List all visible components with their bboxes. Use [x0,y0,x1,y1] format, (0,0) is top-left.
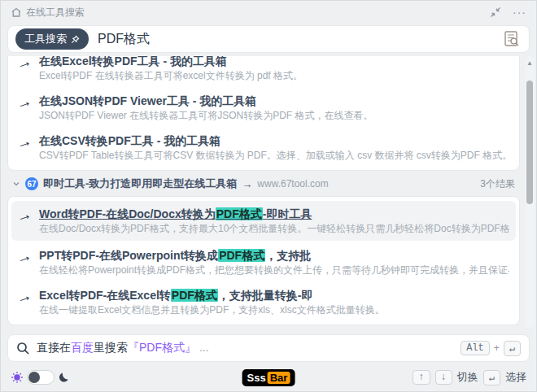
result-desc: Excel转PDF 在线转换器工具可将excel文件转换为 pdf 格式。 [39,70,303,82]
theme-toggle[interactable] [27,370,55,385]
scrollbar[interactable]: ▲ [525,56,535,328]
app-window: 在线工具搜索 ··· 工具搜索 PDF格式 → 在线Excel转 [0,0,537,392]
result-row-excel2pdf[interactable]: → Excel转PDF-在线Excel转PDF格式，支持批量转换-即 在线一键提… [8,282,519,322]
result-title: Word转PDF-在线Doc/Docx转换为PDF格式-即时工具 [39,207,509,221]
search-scope-label: 工具搜索 [24,32,67,46]
highlight-term: PDF格式 [218,249,265,262]
arrow-icon: → [15,133,34,152]
fallback-search-text: 直接在百度里搜索『PDF格式』 ... [37,341,209,355]
arrow-icon: → [15,248,34,267]
highlight-term: PDF格式 [216,207,263,220]
result-group-mytoolbox: → 在线Excel转换PDF工具 - 我的工具箱 Excel转PDF 在线转换器… [7,56,520,171]
result-row-excel-mytoolbox[interactable]: → 在线Excel转换PDF工具 - 我的工具箱 Excel转PDF 在线转换器… [8,56,519,88]
search-input[interactable]: PDF格式 [98,31,502,48]
result-desc: 在线轻松将Powerpoint转换成PDF格式，把您想要转换的文件上传，只需等待… [39,264,509,277]
plus-sign: + [494,342,500,354]
scrollbar-up-icon[interactable]: ▲ [525,59,535,67]
up-key-icon: ↑ [413,370,430,385]
enter-key-icon: ↵ [504,341,521,356]
sun-icon[interactable] [11,371,24,384]
logo-text-2: Bar [268,372,290,384]
window-title: 在线工具搜索 [26,6,85,20]
footer-bar: Sss Bar ↑ ↓ 切换 ↵ 选择 [1,364,536,391]
chevron-down-icon[interactable] [12,180,20,188]
arrow-icon: → [15,207,34,225]
engine-name: 百度 [71,341,94,354]
site-logo-icon: 67 [25,177,38,190]
result-row-word2pdf[interactable]: → Word转PDF-在线Doc/Docx转换为PDF格式-即时工具 在线Doc… [11,201,516,241]
highlight-term: PDF格式 [171,289,218,302]
logo-text-1: Sss [247,372,266,384]
down-key-icon: ↓ [435,370,452,385]
group-arrow-icon: → [242,178,252,190]
group-title: 即时工具-致力打造即用即走型在线工具箱 [43,176,237,191]
result-desc: 在线Doc/Docx转换为PDF格式，支持最大10个文档批量转换。一键轻松转换只… [39,223,509,235]
result-desc: CSV转PDF Table转换工具可将CSV 数据转换为 PDF。选择、加载或输… [39,150,509,162]
enter-key-icon: ↵ [483,370,500,385]
result-row-csv-mytoolbox[interactable]: → 在线CSV转换PDF工具 - 我的工具箱 CSV转PDF Table转换工具… [8,128,519,168]
sssbar-logo: Sss Bar [242,369,295,386]
search-bar[interactable]: 工具搜索 PDF格式 [7,25,530,53]
result-desc: 在线一键提取Excel文档信息并且转换为PDF，支持xls、xlsc文件格式批量… [39,304,385,316]
arrow-icon: → [15,56,34,72]
result-title: 在线JSON转PDF Viewer工具 - 我的工具箱 [39,94,373,108]
doc-search-icon[interactable] [502,29,522,49]
group-header-67tool[interactable]: 67 即时工具-致力打造即用即走型在线工具箱 → www.67tool.com … [7,171,520,196]
results-list: → 在线Excel转换PDF工具 - 我的工具箱 Excel转PDF 在线转换器… [7,56,520,328]
search-icon [16,342,30,355]
group-url[interactable]: www.67tool.com [257,178,328,189]
arrow-icon: → [15,94,34,112]
keyboard-hints: ↑ ↓ 切换 ↵ 选择 [413,370,526,385]
scrollbar-thumb[interactable] [526,81,533,204]
collapse-icon[interactable] [490,7,501,18]
toggle-knob[interactable] [28,372,40,383]
home-icon [11,7,22,18]
more-icon[interactable]: ··· [513,8,526,16]
moon-icon[interactable] [58,372,70,384]
result-title: 在线Excel转换PDF工具 - 我的工具箱 [39,56,303,68]
result-title: Excel转PDF-在线Excel转PDF格式，支持批量转换-即 [39,288,385,303]
result-group-67tool: → Word转PDF-在线Doc/Docx转换为PDF格式-即时工具 在线Doc… [7,196,520,325]
select-hint-label: 选择 [505,370,526,385]
result-desc: JSON转PDF Viewer 在线转换器工具可将JSON转换为PDF 格式，在… [39,110,373,122]
pin-icon [71,35,80,44]
result-row-json-mytoolbox[interactable]: → 在线JSON转PDF Viewer工具 - 我的工具箱 JSON转PDF V… [8,88,519,128]
search-term: 『PDF格式』 [128,341,196,354]
result-title: 在线CSV转换PDF工具 - 我的工具箱 [39,133,509,148]
switch-hint-label: 切换 [457,370,478,385]
titlebar: 在线工具搜索 ··· [1,1,536,24]
search-scope-badge[interactable]: 工具搜索 [15,28,89,50]
arrow-icon: → [15,288,34,307]
fallback-search-row[interactable]: 直接在百度里搜索『PDF格式』 ... Alt + ↵ [7,334,530,362]
result-row-ppt2pdf[interactable]: → PPT转PDF-在线Powerpoint转换成PDF格式，支持批 在线轻松将… [8,242,519,282]
result-title: PPT转PDF-在线Powerpoint转换成PDF格式，支持批 [39,248,509,263]
alt-key: Alt [461,341,490,355]
group-result-count: 3个结果 [480,177,515,191]
